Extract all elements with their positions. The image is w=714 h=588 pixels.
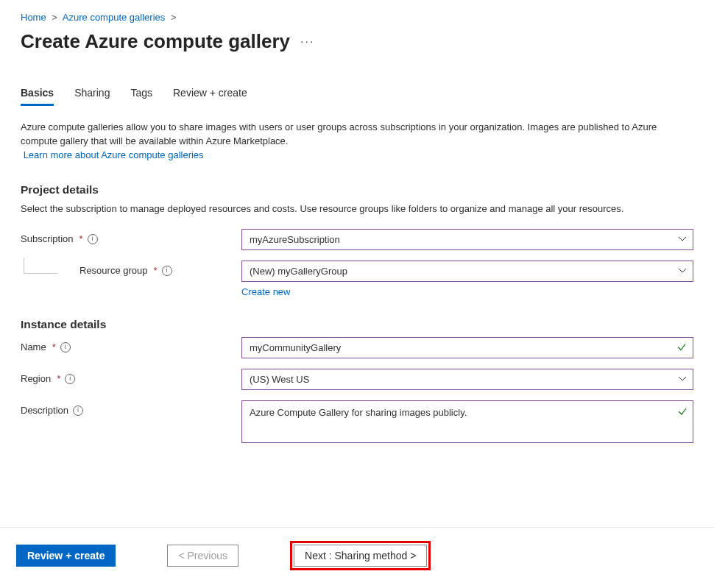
region-value: (US) West US <box>250 374 309 385</box>
page-title: Create Azure compute gallery <box>21 30 290 53</box>
required-icon: * <box>57 373 60 384</box>
check-icon <box>677 406 688 419</box>
breadcrumb-galleries[interactable]: Azure compute galleries <box>63 12 165 23</box>
required-icon: * <box>154 265 158 276</box>
name-value: myCommunityGallery <box>250 342 341 353</box>
chevron-right-icon: > <box>52 12 57 23</box>
create-new-link[interactable]: Create new <box>241 286 290 297</box>
breadcrumb: Home > Azure compute galleries > <box>21 7 693 30</box>
chevron-down-icon <box>678 374 687 385</box>
review-create-button[interactable]: Review + create <box>16 545 116 567</box>
resource-group-dropdown[interactable]: (New) myGalleryGroup <box>241 261 693 282</box>
resource-group-value: (New) myGalleryGroup <box>250 266 347 277</box>
info-icon[interactable]: i <box>88 234 98 244</box>
tab-tags[interactable]: Tags <box>130 82 152 106</box>
project-details-desc: Select the subscription to manage deploy… <box>21 202 693 216</box>
next-button[interactable]: Next : Sharing method > <box>294 545 427 567</box>
info-icon[interactable]: i <box>60 342 71 353</box>
tab-sharing[interactable]: Sharing <box>74 82 110 106</box>
instance-details-heading: Instance details <box>21 318 693 331</box>
chevron-down-icon <box>678 266 687 277</box>
info-icon[interactable]: i <box>73 405 83 416</box>
intro-text: Azure compute galleries allow you to sha… <box>21 121 693 163</box>
footer-bar: Review + create < Previous Next : Sharin… <box>0 527 714 570</box>
highlight-box: Next : Sharing method > <box>290 541 431 570</box>
chevron-right-icon: > <box>171 12 177 23</box>
tabs: Basics Sharing Tags Review + create <box>21 82 693 106</box>
tab-basics[interactable]: Basics <box>21 82 54 106</box>
breadcrumb-home[interactable]: Home <box>21 12 46 23</box>
more-menu-icon[interactable]: ··· <box>300 35 314 49</box>
check-icon <box>676 341 687 354</box>
project-details-heading: Project details <box>21 183 693 196</box>
chevron-down-icon <box>678 234 687 245</box>
intro-line: Azure compute galleries allow you to sha… <box>21 121 657 146</box>
learn-more-link[interactable]: Learn more about Azure compute galleries <box>24 149 204 160</box>
resource-group-label: Resource group <box>79 265 148 276</box>
tree-connector-icon <box>24 258 57 274</box>
subscription-value: myAzureSubscription <box>250 234 340 245</box>
description-label: Description <box>21 405 68 416</box>
description-textarea[interactable] <box>241 400 693 443</box>
required-icon: * <box>79 233 83 244</box>
region-label: Region <box>21 373 51 384</box>
region-dropdown[interactable]: (US) West US <box>241 369 693 390</box>
subscription-label: Subscription <box>21 233 74 244</box>
name-input[interactable]: myCommunityGallery <box>241 337 693 358</box>
previous-button[interactable]: < Previous <box>167 545 238 567</box>
tab-review[interactable]: Review + create <box>173 82 247 106</box>
info-icon[interactable]: i <box>65 374 75 384</box>
name-label: Name <box>21 341 46 353</box>
subscription-dropdown[interactable]: myAzureSubscription <box>241 229 693 250</box>
info-icon[interactable]: i <box>162 266 172 276</box>
required-icon: * <box>52 341 56 353</box>
